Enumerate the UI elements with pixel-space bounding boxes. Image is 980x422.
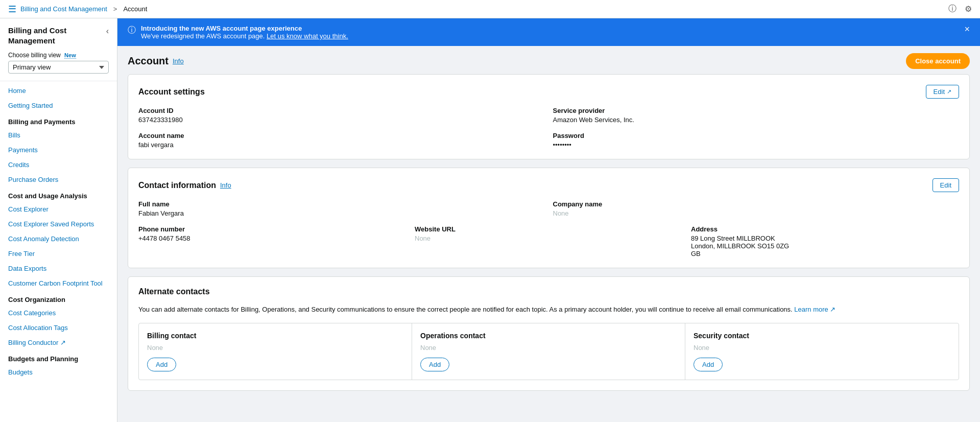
service-provider-field: Service provider Amazon Web Services, In…	[553, 107, 960, 124]
close-account-button[interactable]: Close account	[906, 53, 970, 69]
billing-contact-add-button[interactable]: Add	[147, 358, 176, 371]
company-name-value: None	[553, 209, 960, 217]
account-settings-header: Account settings Edit ↗	[138, 85, 959, 99]
account-settings-grid: Account ID 637423331980 Service provider…	[138, 107, 959, 149]
company-name-field: Company name None	[553, 200, 960, 217]
account-name-label: Account name	[138, 132, 545, 139]
contact-info-link[interactable]: Info	[220, 181, 231, 189]
sidebar-item-cost-categories[interactable]: Cost Categories	[0, 306, 117, 320]
page-title: Account	[128, 55, 169, 67]
billing-view-selector: Choose billing view New Primary view	[0, 50, 117, 79]
page-title-row: Account Info	[128, 55, 184, 67]
sidebar-item-cost-anomaly-detection[interactable]: Cost Anomaly Detection	[0, 231, 117, 246]
sidebar-item-cost-explorer-saved-reports[interactable]: Cost Explorer Saved Reports	[0, 217, 117, 231]
password-field: Password ••••••••	[553, 132, 960, 149]
banner-link[interactable]: Let us know what you think.	[267, 32, 348, 40]
sidebar-item-payments[interactable]: Payments	[0, 143, 117, 157]
main-content: ⓘ Introducing the new AWS account page e…	[117, 18, 980, 422]
sidebar-section-cost-org: Cost Organization	[0, 291, 117, 306]
sidebar: Billing and Cost Management ‹ Choose bil…	[0, 18, 117, 422]
account-id-value: 637423331980	[138, 116, 545, 124]
security-contact-title: Security contact	[694, 332, 950, 340]
company-name-label: Company name	[553, 200, 960, 208]
sidebar-item-credits[interactable]: Credits	[0, 157, 117, 172]
billing-contact-title: Billing contact	[147, 332, 403, 340]
layout: Billing and Cost Management ‹ Choose bil…	[0, 18, 980, 422]
sidebar-collapse-button[interactable]: ‹	[106, 27, 109, 36]
sidebar-item-purchase-orders[interactable]: Purchase Orders	[0, 172, 117, 187]
account-settings-card: Account settings Edit ↗ Account ID 63742…	[128, 74, 970, 159]
hamburger-menu[interactable]: ☰	[8, 4, 16, 15]
service-provider-label: Service provider	[553, 107, 960, 114]
account-name-value: fabi vergara	[138, 141, 545, 149]
sidebar-item-bills[interactable]: Bills	[0, 128, 117, 143]
breadcrumb-current: Account	[123, 5, 147, 13]
phone-value: +4478 0467 5458	[138, 235, 407, 242]
sidebar-item-billing-conductor[interactable]: Billing Conductor ↗	[0, 335, 117, 350]
full-name-label: Full name	[138, 200, 545, 208]
contact-info-grid-bottom: Phone number +4478 0467 5458 Website URL…	[138, 225, 959, 257]
account-settings-edit-button[interactable]: Edit ↗	[926, 85, 959, 99]
sidebar-item-free-tier[interactable]: Free Tier	[0, 246, 117, 261]
billing-contact-col: Billing contact None Add	[139, 323, 412, 380]
top-nav-right: ⓘ ⚙	[948, 4, 972, 14]
account-name-field: Account name fabi vergara	[138, 132, 545, 149]
sidebar-section-cost-usage: Cost and Usage Analysis	[0, 187, 117, 202]
password-label: Password	[553, 132, 960, 139]
page-info-link[interactable]: Info	[173, 57, 184, 65]
website-value: None	[415, 235, 683, 242]
website-field: Website URL None	[415, 225, 683, 257]
operations-contact-value: None	[420, 344, 677, 351]
breadcrumb-link[interactable]: Billing and Cost Management	[20, 5, 107, 13]
sidebar-item-carbon-footprint[interactable]: Customer Carbon Footprint Tool	[0, 276, 117, 291]
security-contact-add-button[interactable]: Add	[694, 358, 723, 371]
phone-label: Phone number	[138, 225, 407, 233]
banner-info-icon: ⓘ	[128, 25, 136, 36]
settings-icon[interactable]: ⚙	[965, 4, 972, 14]
alternate-contacts-learn-more[interactable]: Learn more ↗	[794, 306, 835, 313]
breadcrumb-separator: >	[113, 5, 117, 13]
banner-left: ⓘ Introducing the new AWS account page e…	[128, 25, 348, 40]
sidebar-section-billing-payments: Billing and Payments	[0, 113, 117, 128]
address-label: Address	[691, 225, 959, 233]
sidebar-item-cost-allocation-tags[interactable]: Cost Allocation Tags	[0, 320, 117, 335]
banner-title: Introducing the new AWS account page exp…	[141, 25, 348, 32]
contact-info-title-row: Contact information Info	[138, 181, 231, 190]
security-contact-col: Security contact None Add	[685, 323, 959, 380]
address-field: Address 89 Long Street MILLBROOK London,…	[691, 225, 959, 257]
top-nav-left: ☰ Billing and Cost Management > Account	[8, 4, 147, 15]
banner-text-area: Introducing the new AWS account page exp…	[141, 25, 348, 40]
account-id-label: Account ID	[138, 107, 545, 114]
full-name-field: Full name Fabian Vergara	[138, 200, 545, 217]
billing-view-label: Choose billing view New	[8, 52, 109, 59]
alternate-contacts-grid: Billing contact None Add Operations cont…	[138, 323, 959, 380]
page-header: Account Info Close account	[117, 46, 980, 74]
account-settings-title: Account settings	[138, 87, 205, 97]
contact-info-card: Contact information Info Edit Full name …	[128, 168, 970, 268]
sidebar-item-cost-explorer[interactable]: Cost Explorer	[0, 202, 117, 217]
sidebar-item-home[interactable]: Home	[0, 83, 117, 98]
top-navigation: ☰ Billing and Cost Management > Account …	[0, 0, 980, 18]
contact-info-edit-button[interactable]: Edit	[933, 178, 959, 192]
alternate-contacts-header: Alternate contacts	[138, 287, 959, 296]
info-banner: ⓘ Introducing the new AWS account page e…	[117, 18, 980, 46]
sidebar-item-getting-started[interactable]: Getting Started	[0, 98, 117, 113]
sidebar-section-budgets-planning: Budgets and Planning	[0, 350, 117, 365]
contact-info-title: Contact information	[138, 181, 216, 190]
sidebar-item-budgets[interactable]: Budgets	[0, 365, 117, 380]
service-provider-value: Amazon Web Services, Inc.	[553, 116, 960, 124]
operations-contact-col: Operations contact None Add	[412, 323, 685, 380]
banner-description: We've redesigned the AWS account page. L…	[141, 32, 348, 40]
info-icon[interactable]: ⓘ	[948, 4, 957, 14]
password-value: ••••••••	[553, 141, 960, 149]
full-name-value: Fabian Vergara	[138, 209, 545, 217]
banner-close-button[interactable]: ×	[964, 25, 970, 34]
billing-view-select[interactable]: Primary view	[8, 61, 109, 74]
billing-contact-value: None	[147, 344, 403, 351]
account-id-field: Account ID 637423331980	[138, 107, 545, 124]
alternate-contacts-card: Alternate contacts You can add alternate…	[128, 276, 970, 391]
alternate-contacts-title: Alternate contacts	[138, 287, 210, 296]
alternate-contacts-description: You can add alternate contacts for Billi…	[138, 304, 959, 315]
operations-contact-add-button[interactable]: Add	[420, 358, 449, 371]
sidebar-item-data-exports[interactable]: Data Exports	[0, 261, 117, 276]
